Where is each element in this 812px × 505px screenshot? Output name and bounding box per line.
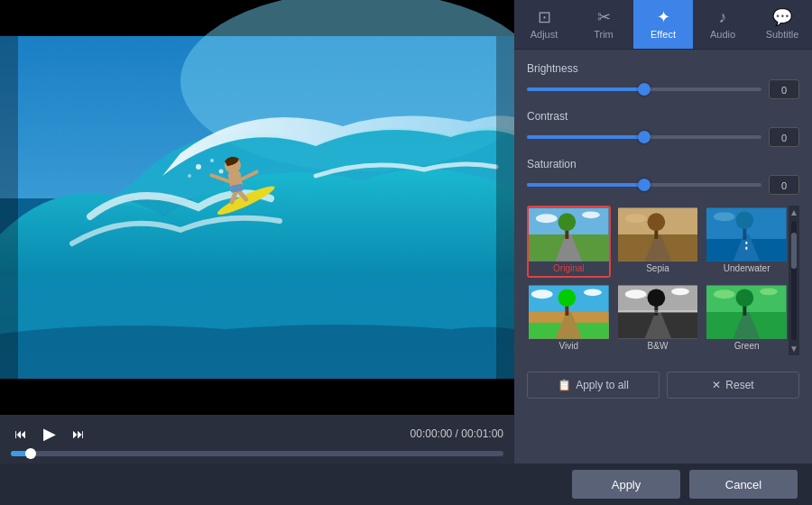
tab-adjust[interactable]: ⊡ Adjust <box>514 0 574 49</box>
filters-grid-container: Original <box>527 206 799 355</box>
rewind-button[interactable]: ⏮ <box>11 425 31 443</box>
audio-icon: ♪ <box>719 9 727 25</box>
svg-point-22 <box>582 211 600 218</box>
svg-rect-15 <box>0 36 18 379</box>
svg-point-26 <box>647 213 665 231</box>
brightness-thumb[interactable] <box>638 83 651 96</box>
saturation-fill <box>527 183 644 187</box>
effect-panel: Brightness 0 Contrast 0 <box>514 50 812 464</box>
progress-bar[interactable] <box>11 451 503 456</box>
svg-point-53 <box>760 288 778 295</box>
brightness-slider-row: Brightness 0 <box>527 62 799 99</box>
svg-point-27 <box>625 214 647 223</box>
brightness-value: 0 <box>769 79 799 99</box>
svg-point-32 <box>714 212 735 221</box>
total-time: 00:01:00 <box>461 427 503 440</box>
trim-icon: ✂ <box>597 9 611 25</box>
apply-to-all-label: Apply to all <box>576 379 629 391</box>
contrast-label: Contrast <box>527 110 799 123</box>
filter-bw-img <box>618 285 698 339</box>
filter-sepia-label: Sepia <box>618 262 698 276</box>
cancel-button[interactable]: Cancel <box>689 470 798 499</box>
filter-original-img <box>529 207 609 262</box>
scroll-down-arrow[interactable]: ▼ <box>789 344 798 354</box>
filter-green-img <box>706 285 787 339</box>
filter-vivid[interactable]: Vivid <box>527 283 611 355</box>
svg-point-52 <box>714 289 735 298</box>
right-panel: ⊡ Adjust ✂ Trim ✦ Effect ♪ Audio 💬 Subti… <box>514 0 812 464</box>
svg-point-13 <box>219 170 224 174</box>
brightness-fill <box>527 87 644 91</box>
filter-scrollbar[interactable]: ▲ ▼ <box>789 206 799 355</box>
current-time: 00:00:00 <box>411 427 453 440</box>
main-content: ⏮ ▶ ⏭ 00:00:00 / 00:01:00 ⊡ Adjust <box>0 0 812 464</box>
action-row: 📋 Apply to all ✕ Reset <box>527 366 799 402</box>
svg-point-51 <box>736 289 754 307</box>
filter-sepia-img <box>618 207 698 262</box>
scroll-up-arrow[interactable]: ▲ <box>789 207 798 217</box>
filter-green[interactable]: Green <box>705 283 789 355</box>
svg-point-44 <box>647 289 665 307</box>
tab-effect[interactable]: ✦ Effect <box>633 0 693 49</box>
saturation-track[interactable] <box>527 183 761 187</box>
controls-row: ⏮ ▶ ⏭ 00:00:00 / 00:01:00 <box>11 422 503 445</box>
bottom-bar: Apply Cancel <box>0 464 812 505</box>
subtitle-icon: 💬 <box>772 9 792 25</box>
saturation-container: 0 <box>527 175 799 195</box>
filter-sepia[interactable]: Sepia <box>616 206 700 278</box>
scroll-thumb <box>791 233 797 269</box>
svg-point-38 <box>558 289 577 307</box>
saturation-slider-row: Saturation 0 <box>527 158 799 195</box>
video-container <box>0 0 514 415</box>
brightness-container: 0 <box>527 79 799 99</box>
progress-fill <box>11 451 31 456</box>
filter-underwater-label: Underwater <box>706 262 787 276</box>
filter-bw[interactable]: B&W <box>616 283 700 355</box>
contrast-container: 0 <box>527 127 799 147</box>
adjust-icon: ⊡ <box>538 9 551 25</box>
svg-point-20 <box>558 213 577 231</box>
apply-to-all-button[interactable]: 📋 Apply to all <box>527 372 660 399</box>
progress-handle <box>25 448 36 459</box>
time-display: 00:00:00 / 00:01:00 <box>411 427 503 440</box>
apply-button[interactable]: Apply <box>572 470 680 499</box>
contrast-slider-row: Contrast 0 <box>527 110 799 147</box>
contrast-fill <box>527 135 644 139</box>
brightness-label: Brightness <box>527 62 799 75</box>
brightness-track[interactable] <box>527 87 761 91</box>
svg-point-46 <box>671 288 689 295</box>
tab-audio[interactable]: ♪ Audio <box>693 0 752 49</box>
filter-underwater[interactable]: Underwater <box>705 206 789 278</box>
filter-underwater-img <box>706 207 787 262</box>
saturation-label: Saturation <box>527 158 799 170</box>
tab-subtitle[interactable]: 💬 Subtitle <box>752 0 812 49</box>
saturation-thumb[interactable] <box>638 179 651 191</box>
svg-point-40 <box>584 289 602 296</box>
filter-vivid-img <box>529 285 609 339</box>
svg-point-21 <box>536 214 558 223</box>
fast-forward-button[interactable]: ⏭ <box>69 425 88 443</box>
svg-point-39 <box>531 289 553 298</box>
svg-point-11 <box>196 164 201 170</box>
contrast-track[interactable] <box>527 135 761 139</box>
filter-vivid-label: Vivid <box>529 339 609 354</box>
play-button[interactable]: ▶ <box>40 422 60 445</box>
svg-rect-47 <box>618 310 698 313</box>
tab-trim[interactable]: ✂ Trim <box>574 0 633 49</box>
video-controls: ⏮ ▶ ⏭ 00:00:00 / 00:01:00 <box>0 415 514 464</box>
reset-label: Reset <box>725 379 753 391</box>
contrast-thumb[interactable] <box>638 131 651 143</box>
svg-point-12 <box>210 159 214 162</box>
svg-point-14 <box>188 174 191 178</box>
filters-grid: Original <box>527 206 789 355</box>
svg-point-31 <box>736 211 754 229</box>
apply-to-all-icon: 📋 <box>558 379 571 391</box>
tab-bar: ⊡ Adjust ✂ Trim ✦ Effect ♪ Audio 💬 Subti… <box>514 0 812 50</box>
scroll-track[interactable] <box>791 221 797 340</box>
filter-original-label: Original <box>529 262 609 276</box>
reset-button[interactable]: ✕ Reset <box>667 372 799 399</box>
filter-bw-label: B&W <box>618 339 698 354</box>
filter-original[interactable]: Original <box>527 206 611 278</box>
effect-icon: ✦ <box>657 9 670 25</box>
video-preview <box>0 0 514 415</box>
